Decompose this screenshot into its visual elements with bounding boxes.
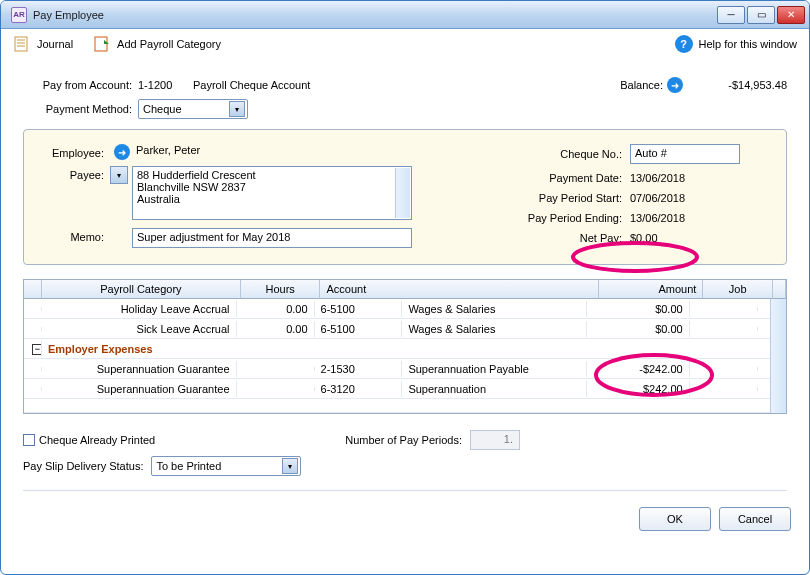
- period-start-label: Pay Period Start:: [510, 192, 630, 204]
- table-row[interactable]: Sick Leave Accrual0.006-5100Wages & Sala…: [24, 319, 770, 339]
- cell-acct: 6-5100: [315, 301, 403, 317]
- cell-job: [690, 307, 758, 311]
- net-pay-value: $0.00: [630, 232, 658, 244]
- payee-address[interactable]: 88 Hudderfield Crescent Blanchville NSW …: [132, 166, 412, 220]
- employee-arrow-icon[interactable]: ➜: [114, 144, 130, 160]
- account-code: 1-1200: [138, 79, 193, 91]
- payroll-table: Payroll Category Hours Account Amount Jo…: [23, 279, 787, 414]
- window: AR Pay Employee ─ ▭ ✕ Journal Add Payrol…: [0, 0, 810, 575]
- pay-from-label: Pay from Account:: [23, 79, 138, 91]
- close-button[interactable]: ✕: [777, 6, 805, 24]
- svg-point-5: [573, 243, 697, 271]
- th-job[interactable]: Job: [703, 280, 773, 299]
- table-header: Payroll Category Hours Account Amount Jo…: [24, 280, 786, 299]
- cell-acct: 2-1530: [315, 361, 403, 377]
- period-end-value: 13/06/2018: [630, 212, 685, 224]
- table-row[interactable]: −Employer Expenses: [24, 339, 770, 359]
- already-printed-label: Cheque Already Printed: [39, 434, 155, 446]
- cell-acctname: Wages & Salaries: [402, 321, 587, 337]
- cheque-no-label: Cheque No.:: [510, 148, 630, 160]
- highlight-circle-netpay: [565, 239, 705, 275]
- delivery-label: Pay Slip Delivery Status:: [23, 460, 143, 472]
- employee-panel: Employee: ➜ Parker, Peter Payee: ▾ 88 Hu…: [23, 129, 787, 265]
- app-icon: AR: [11, 7, 27, 23]
- add-category-label: Add Payroll Category: [117, 38, 221, 50]
- table-row: [24, 399, 770, 413]
- titlebar: AR Pay Employee ─ ▭ ✕: [1, 1, 809, 29]
- minimize-button[interactable]: ─: [717, 6, 745, 24]
- cell-acctname: Superannuation Payable: [402, 361, 587, 377]
- cell-acctname: Superannuation: [402, 381, 587, 397]
- payment-method-value: Cheque: [143, 103, 182, 115]
- payment-method-label: Payment Method:: [23, 103, 138, 115]
- cell-job: [690, 327, 758, 331]
- cell-category: Holiday Leave Accrual: [42, 301, 237, 317]
- memo-label: Memo:: [40, 228, 110, 243]
- balance-value: -$14,953.48: [687, 79, 787, 91]
- collapse-icon[interactable]: −: [32, 344, 42, 355]
- maximize-button[interactable]: ▭: [747, 6, 775, 24]
- content: Pay from Account: 1-1200 Payroll Cheque …: [1, 59, 809, 507]
- num-periods-label: Number of Pay Periods:: [345, 434, 462, 446]
- payee-picker-button[interactable]: ▾: [110, 166, 128, 184]
- cell-category: Superannuation Guarantee: [42, 381, 237, 397]
- cell-hours: 0.00: [237, 301, 315, 317]
- cell-amount: $0.00: [587, 301, 689, 317]
- add-category-button[interactable]: Add Payroll Category: [93, 35, 221, 53]
- divider: [23, 490, 787, 491]
- th-amount[interactable]: Amount: [599, 280, 703, 299]
- table-row[interactable]: Holiday Leave Accrual0.006-5100Wages & S…: [24, 299, 770, 319]
- cell-amount: $0.00: [587, 321, 689, 337]
- th-account[interactable]: Account: [320, 280, 598, 299]
- memo-input[interactable]: Super adjustment for May 2018: [132, 228, 412, 248]
- svg-rect-0: [15, 37, 27, 51]
- delivery-combo[interactable]: To be Printed ▾: [151, 456, 301, 476]
- employee-label: Employee:: [40, 144, 110, 159]
- balance-arrow-icon[interactable]: ➜: [667, 77, 683, 93]
- cell-hours: [237, 367, 315, 371]
- toolbar: Journal Add Payroll Category ? Help for …: [1, 29, 809, 59]
- cell-acctname: Wages & Salaries: [402, 301, 587, 317]
- cheque-no-input[interactable]: Auto #: [630, 144, 740, 164]
- window-title: Pay Employee: [33, 9, 715, 21]
- cell-acct: 6-5100: [315, 321, 403, 337]
- help-button[interactable]: ? Help for this window: [675, 35, 797, 53]
- cell-hours: 0.00: [237, 321, 315, 337]
- cell-job: [690, 367, 758, 371]
- cell-acct: 6-3120: [315, 381, 403, 397]
- payment-method-combo[interactable]: Cheque ▾: [138, 99, 248, 119]
- th-expand: [24, 280, 42, 299]
- cell-category: Sick Leave Accrual: [42, 321, 237, 337]
- chevron-down-icon: ▾: [282, 458, 298, 474]
- period-end-label: Pay Period Ending:: [510, 212, 630, 224]
- footer: OK Cancel: [1, 507, 809, 543]
- group-label: Employer Expenses: [42, 341, 770, 357]
- help-icon: ?: [675, 35, 693, 53]
- cell-job: [690, 387, 758, 391]
- journal-button[interactable]: Journal: [13, 35, 73, 53]
- employee-name: Parker, Peter: [136, 144, 200, 156]
- num-periods-input[interactable]: 1.: [470, 430, 520, 450]
- cancel-button[interactable]: Cancel: [719, 507, 791, 531]
- table-row[interactable]: Superannuation Guarantee6-3120Superannua…: [24, 379, 770, 399]
- ok-button[interactable]: OK: [639, 507, 711, 531]
- already-printed-checkbox[interactable]: [23, 434, 35, 446]
- journal-icon: [13, 35, 31, 53]
- table-scrollbar[interactable]: [770, 299, 786, 413]
- help-label: Help for this window: [699, 38, 797, 50]
- journal-label: Journal: [37, 38, 73, 50]
- account-name: Payroll Cheque Account: [193, 79, 310, 91]
- cell-category: Superannuation Guarantee: [42, 361, 237, 377]
- period-start-value: 07/06/2018: [630, 192, 685, 204]
- net-pay-label: Net Pay:: [510, 232, 630, 244]
- th-hours[interactable]: Hours: [241, 280, 321, 299]
- payment-date-value: 13/06/2018: [630, 172, 685, 184]
- scrollbar[interactable]: [395, 168, 410, 218]
- chevron-down-icon: ▾: [229, 101, 245, 117]
- add-category-icon: [93, 35, 111, 53]
- th-category[interactable]: Payroll Category: [42, 280, 241, 299]
- table-row[interactable]: Superannuation Guarantee2-1530Superannua…: [24, 359, 770, 379]
- payee-label: Payee:: [40, 166, 110, 181]
- table-body: Holiday Leave Accrual0.006-5100Wages & S…: [24, 299, 786, 413]
- balance-label: Balance:: [620, 79, 663, 91]
